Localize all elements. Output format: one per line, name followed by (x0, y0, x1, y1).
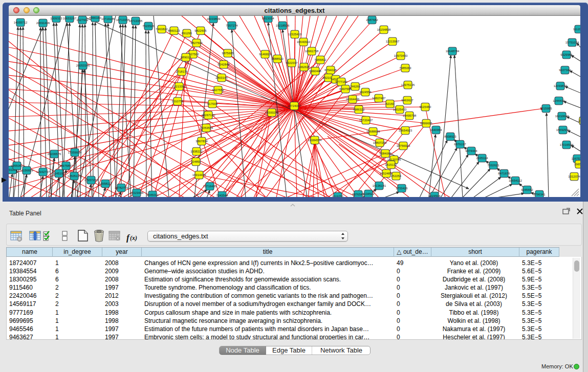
svg-text:7463822: 7463822 (156, 28, 168, 31)
svg-text:9146821: 9146821 (259, 53, 271, 56)
svg-text:10654112: 10654112 (509, 179, 522, 182)
svg-text:16033809: 16033809 (207, 17, 221, 20)
svg-text:9242848: 9242848 (217, 63, 230, 66)
svg-text:1938222: 1938222 (190, 150, 203, 153)
svg-text:16154838: 16154838 (377, 28, 391, 31)
svg-text:104210: 104210 (578, 119, 580, 122)
svg-text:12213967: 12213967 (386, 40, 400, 43)
svg-text:15751074: 15751074 (565, 41, 579, 44)
svg-text:3867834: 3867834 (195, 140, 208, 143)
svg-text:19218506: 19218506 (276, 24, 290, 27)
svg-text:1588520: 1588520 (271, 57, 284, 60)
svg-text:9822605: 9822605 (194, 29, 207, 32)
svg-text:2687682: 2687682 (366, 18, 378, 21)
svg-text:10961758: 10961758 (305, 50, 319, 53)
svg-text:20364436: 20364436 (346, 98, 360, 101)
svg-text:3875685: 3875685 (222, 52, 234, 55)
svg-text:16914479: 16914479 (192, 173, 206, 177)
svg-text:7986322: 7986322 (353, 108, 365, 111)
svg-text:1024504: 1024504 (428, 194, 441, 198)
svg-text:16648784: 16648784 (446, 50, 460, 53)
svg-text:12325419: 12325419 (288, 33, 302, 36)
svg-text:16120746: 16120746 (387, 158, 401, 161)
svg-text:9227342: 9227342 (559, 69, 571, 72)
svg-text:8796341: 8796341 (533, 193, 546, 196)
svg-text:9084067: 9084067 (379, 152, 391, 155)
svg-text:3215955: 3215955 (540, 107, 552, 110)
svg-text:9115460: 9115460 (420, 105, 432, 108)
svg-text:1019751: 1019751 (332, 195, 344, 198)
svg-text:15654923: 15654923 (399, 129, 412, 132)
svg-text:62160: 62160 (386, 102, 395, 105)
svg-text:16210643: 16210643 (555, 115, 569, 118)
svg-text:7243544: 7243544 (216, 194, 228, 197)
svg-text:989012: 989012 (181, 56, 191, 59)
svg-text:2718176: 2718176 (176, 70, 188, 73)
svg-text:18300295: 18300295 (265, 111, 279, 114)
svg-text:746266: 746266 (350, 85, 361, 88)
svg-text:13267130: 13267130 (202, 114, 215, 117)
svg-text:7955812: 7955812 (314, 58, 326, 61)
svg-text:12093873: 12093873 (554, 84, 568, 87)
svg-text:19384554: 19384554 (308, 139, 322, 142)
svg-text:1640954: 1640954 (430, 128, 442, 132)
svg-text:10025433: 10025433 (393, 108, 407, 111)
svg-text:7485063: 7485063 (399, 67, 411, 70)
svg-text:15720407: 15720407 (359, 119, 373, 122)
svg-text:9134522: 9134522 (362, 192, 375, 195)
svg-text:9827503: 9827503 (190, 41, 203, 45)
svg-text:9427552: 9427552 (212, 89, 224, 92)
svg-text:12213362: 12213362 (172, 85, 186, 88)
svg-text:17016504: 17016504 (560, 143, 574, 146)
svg-text:1010755: 1010755 (171, 100, 184, 103)
svg-text:18756923: 18756923 (397, 144, 410, 147)
svg-text:7632621: 7632621 (487, 164, 499, 167)
svg-text:196553: 196553 (574, 163, 580, 166)
svg-text:1733426: 1733426 (396, 187, 408, 190)
svg-text:891295: 891295 (182, 32, 192, 35)
svg-text:2803144: 2803144 (215, 76, 228, 79)
svg-text:1012074: 1012074 (568, 175, 580, 178)
svg-text:8938923: 8938923 (444, 135, 456, 138)
svg-text:6879197: 6879197 (454, 143, 466, 146)
svg-text:1362615: 1362615 (298, 65, 310, 69)
svg-text:9474444: 9474444 (465, 149, 477, 152)
svg-text:13495798: 13495798 (403, 114, 417, 117)
svg-text:2935114: 2935114 (476, 157, 489, 160)
svg-text:9777169: 9777169 (335, 80, 347, 83)
svg-text:917006: 917006 (207, 102, 218, 105)
svg-text:252254: 252254 (391, 174, 402, 178)
svg-text:10688609: 10688609 (366, 130, 380, 133)
svg-text:104891: 104891 (191, 160, 202, 163)
svg-text:9329966: 9329966 (560, 53, 573, 56)
svg-text:10807487: 10807487 (372, 97, 386, 100)
svg-text:6794028: 6794028 (324, 69, 337, 72)
svg-text:(x): (x) (130, 234, 137, 242)
svg-text:18807249: 18807249 (373, 141, 387, 144)
svg-text:1112045: 1112045 (573, 28, 580, 31)
svg-text:1244419: 1244419 (553, 99, 565, 102)
svg-text:3624554: 3624554 (359, 91, 372, 94)
svg-text:13353594: 13353594 (200, 126, 213, 129)
svg-text:18724007: 18724007 (288, 104, 301, 107)
svg-text:13975135: 13975135 (401, 83, 415, 86)
svg-text:8471676: 8471676 (498, 172, 510, 175)
svg-text:1615132: 1615132 (385, 163, 397, 166)
svg-text:6990448: 6990448 (309, 70, 321, 73)
svg-text:6899695: 6899695 (420, 122, 432, 125)
svg-text:8813014: 8813014 (262, 17, 274, 20)
svg-text:9463627: 9463627 (401, 99, 413, 102)
svg-text:16640910: 16640910 (297, 40, 311, 43)
svg-text:1167531: 1167531 (572, 157, 580, 160)
svg-text:19716485: 19716485 (203, 185, 217, 188)
svg-text:10973493: 10973493 (394, 54, 408, 57)
svg-text:8660123: 8660123 (168, 29, 180, 32)
svg-text:14136141: 14136141 (373, 184, 386, 187)
svg-text:15692971: 15692971 (556, 128, 570, 132)
svg-text:7357274: 7357274 (226, 24, 238, 27)
svg-text:5322037: 5322037 (286, 61, 298, 64)
svg-text:9245652: 9245652 (521, 188, 533, 191)
